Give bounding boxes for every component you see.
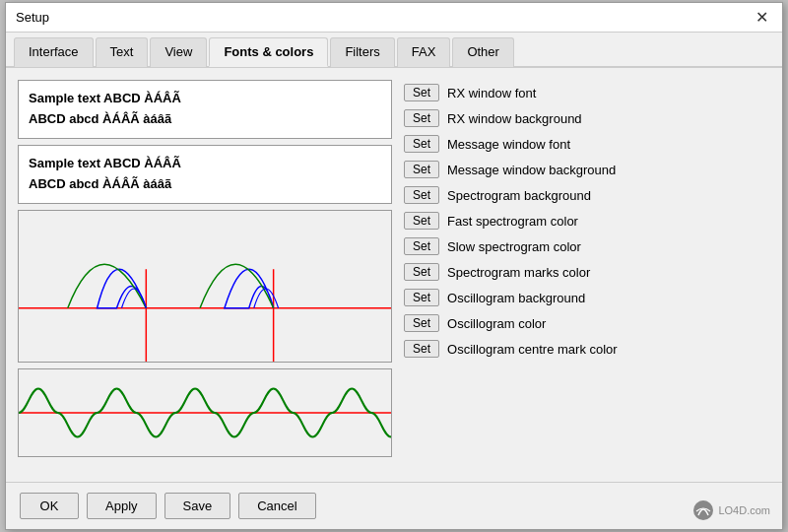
main-content: Sample text ABCD ÀÁÂÃ ABCD abcd ÀÁÂÃ àáâ… xyxy=(6,68,782,482)
set-slow-spec-label: Slow spectrogram color xyxy=(447,239,581,254)
set-spec-bg-label: Spectrogram background xyxy=(447,188,591,203)
setting-row-0: Set RX window font xyxy=(404,82,770,103)
setting-row-3: Set Message window background xyxy=(404,159,770,180)
set-osc-centre-btn[interactable]: Set xyxy=(404,340,439,358)
set-msg-bg-btn[interactable]: Set xyxy=(404,161,439,178)
left-panel: Sample text ABCD ÀÁÂÃ ABCD abcd ÀÁÂÃ àáâ… xyxy=(18,80,392,470)
set-rx-bg-btn[interactable]: Set xyxy=(404,109,439,127)
cancel-button[interactable]: Cancel xyxy=(238,493,315,519)
tab-other[interactable]: Other xyxy=(452,37,514,67)
apply-button[interactable]: Apply xyxy=(87,493,157,519)
setting-row-10: Set Oscillogram centre mark color xyxy=(404,338,770,360)
set-rx-bg-label: RX window background xyxy=(447,111,582,126)
setting-row-8: Set Oscillogram background xyxy=(404,287,770,308)
tab-bar: Interface Text View Fonts & colors Filte… xyxy=(6,33,782,68)
tab-interface[interactable]: Interface xyxy=(14,37,94,67)
msg-sample-text: Sample text ABCD ÀÁÂÃ ABCD abcd ÀÁÂÃ àáâ… xyxy=(18,145,392,204)
set-spec-marks-btn[interactable]: Set xyxy=(404,263,439,281)
right-panel: Set RX window font Set RX window backgro… xyxy=(404,80,770,470)
set-osc-color-btn[interactable]: Set xyxy=(404,314,439,332)
spectrogram-preview xyxy=(18,210,392,363)
set-fast-spec-label: Fast spectrogram color xyxy=(447,214,578,229)
footer: OK Apply Save Cancel LO4D.com xyxy=(6,482,782,529)
setting-row-4: Set Spectrogram background xyxy=(404,184,770,206)
msg-sample-line2: ABCD abcd ÀÁÂÃ àáâã xyxy=(29,174,381,195)
set-fast-spec-btn[interactable]: Set xyxy=(404,212,439,230)
rx-sample-line2: ABCD abcd ÀÁÂÃ àáâã xyxy=(29,109,381,130)
set-rx-font-btn[interactable]: Set xyxy=(404,84,439,101)
set-osc-bg-btn[interactable]: Set xyxy=(404,289,439,306)
setting-row-6: Set Slow spectrogram color xyxy=(404,235,770,257)
tab-fax[interactable]: FAX xyxy=(397,37,451,67)
setup-window: Setup ✕ Interface Text View Fonts & colo… xyxy=(5,2,783,530)
set-slow-spec-btn[interactable]: Set xyxy=(404,237,439,255)
set-spec-marks-label: Spectrogram marks color xyxy=(447,265,590,280)
tab-filters[interactable]: Filters xyxy=(330,37,394,67)
window-title: Setup xyxy=(16,10,49,25)
set-spec-bg-btn[interactable]: Set xyxy=(404,186,439,204)
setting-row-7: Set Spectrogram marks color xyxy=(404,261,770,283)
ok-button[interactable]: OK xyxy=(20,493,79,519)
rx-sample-text: Sample text ABCD ÀÁÂÃ ABCD abcd ÀÁÂÃ àáâ… xyxy=(18,80,392,139)
set-osc-centre-label: Oscillogram centre mark color xyxy=(447,342,618,357)
set-msg-bg-label: Message window background xyxy=(447,163,616,177)
set-osc-bg-label: Oscillogram background xyxy=(447,291,585,305)
rx-sample-line1: Sample text ABCD ÀÁÂÃ xyxy=(29,89,381,109)
set-osc-color-label: Oscillogram color xyxy=(447,316,546,331)
close-button[interactable]: ✕ xyxy=(752,10,772,26)
set-msg-font-label: Message window font xyxy=(447,137,570,152)
svg-point-6 xyxy=(693,500,713,520)
svg-rect-0 xyxy=(19,211,391,362)
setting-row-9: Set Oscillogram color xyxy=(404,312,770,334)
msg-sample-line1: Sample text ABCD ÀÁÂÃ xyxy=(29,154,381,174)
save-button[interactable]: Save xyxy=(164,493,231,519)
tab-fonts-colors[interactable]: Fonts & colors xyxy=(209,37,328,67)
set-rx-font-label: RX window font xyxy=(447,86,536,100)
setting-row-2: Set Message window font xyxy=(404,133,770,155)
oscillogram-preview xyxy=(18,368,392,457)
tab-text[interactable]: Text xyxy=(96,37,149,67)
watermark: LO4D.com xyxy=(692,499,770,521)
setting-row-1: Set RX window background xyxy=(404,107,770,129)
set-msg-font-btn[interactable]: Set xyxy=(404,135,439,153)
setting-row-5: Set Fast spectrogram color xyxy=(404,210,770,232)
tab-view[interactable]: View xyxy=(150,37,207,67)
title-bar: Setup ✕ xyxy=(6,3,782,33)
watermark-text: LO4D.com xyxy=(718,504,770,516)
